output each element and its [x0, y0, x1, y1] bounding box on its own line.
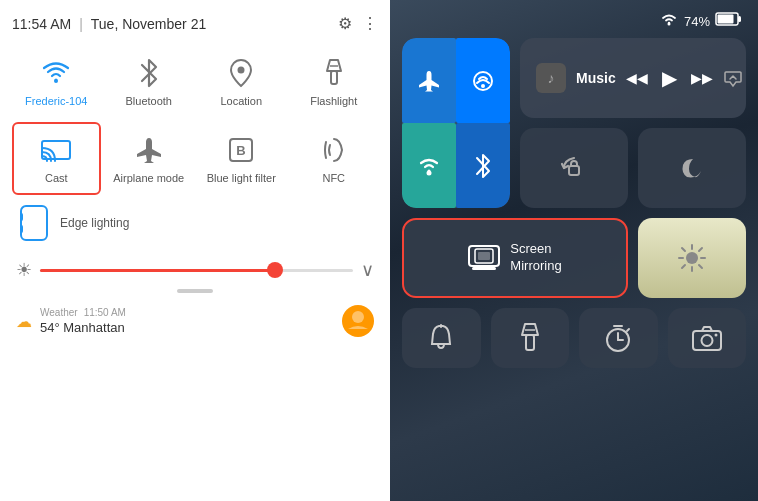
screen-mirroring-btn[interactable]: Screen Mirroring [402, 218, 628, 298]
music-play-btn[interactable]: ▶ [662, 66, 677, 90]
cc-lock-rotation-btn[interactable] [520, 128, 628, 208]
music-next-btn[interactable]: ▶▶ [691, 70, 713, 86]
svg-rect-21 [569, 166, 579, 175]
brightness-slider-icon [678, 244, 706, 272]
svg-point-44 [701, 335, 712, 346]
svg-rect-37 [526, 335, 534, 350]
music-artwork-icon: ♪ [536, 63, 566, 93]
status-divider: | [79, 16, 83, 32]
svg-rect-23 [472, 267, 496, 270]
music-widget[interactable]: ♪ Music ◀◀ ▶ ▶▶ [520, 38, 746, 118]
screen-mirroring-icon [468, 245, 500, 271]
cc-brightness-btn[interactable] [638, 218, 746, 298]
edge-lighting-label: Edge lighting [60, 216, 129, 230]
weather-avatar [342, 305, 374, 337]
tile-wifi-label: Frederic-104 [25, 95, 87, 108]
cc-timer-btn[interactable] [579, 308, 658, 368]
status-date: Tue, November 21 [91, 16, 330, 32]
tile-bluetooth-label: Bluetooth [126, 95, 172, 108]
svg-rect-14 [738, 16, 741, 22]
tile-airplane[interactable]: Airplane mode [105, 122, 194, 195]
brightness-thumb [267, 262, 283, 278]
svg-point-0 [54, 79, 58, 83]
svg-point-12 [667, 22, 670, 25]
weather-icon: ☁ [16, 312, 32, 331]
brightness-fill [40, 269, 275, 272]
quick-tiles-row1: Frederic-104 Bluetooth Location [12, 45, 378, 118]
music-prev-btn[interactable]: ◀◀ [626, 70, 648, 86]
music-label: Music [576, 70, 616, 86]
nfc-icon [316, 132, 352, 168]
svg-rect-9 [20, 213, 23, 221]
tile-wifi[interactable]: Frederic-104 [12, 45, 101, 118]
status-icons: ⚙ ⋮ [338, 14, 378, 33]
cc-bell-btn[interactable] [402, 308, 481, 368]
cast-icon [38, 132, 74, 168]
gear-icon[interactable]: ⚙ [338, 14, 352, 33]
wifi-icon [38, 55, 74, 91]
edge-lighting-icon [16, 205, 52, 241]
connectivity-group [402, 38, 510, 208]
cc-airplane-btn[interactable] [402, 38, 456, 123]
ios-battery-text: 74% [684, 14, 710, 29]
ios-battery-icon [716, 12, 742, 30]
tile-location-label: Location [220, 95, 262, 108]
svg-point-45 [714, 334, 717, 337]
bluelight-icon: B [223, 132, 259, 168]
weather-time: 11:50 AM [84, 307, 126, 318]
flashlight-icon [316, 55, 352, 91]
quick-tiles-row2: Cast Airplane mode B Blue light filter [12, 122, 378, 195]
bluetooth-icon [131, 55, 167, 91]
status-time: 11:54 AM [12, 16, 71, 32]
cc-grid: ♪ Music ◀◀ ▶ ▶▶ [402, 38, 746, 491]
svg-rect-8 [21, 206, 47, 240]
weather-temp: 54° Manhattan [40, 320, 125, 335]
tile-flashlight-label: Flashlight [310, 95, 357, 108]
airplay-icon[interactable] [723, 68, 743, 88]
drag-bar [177, 289, 213, 293]
airplane-icon [131, 132, 167, 168]
cc-flashlight-btn[interactable] [491, 308, 570, 368]
weather-row: ☁ Weather 11:50 AM 54° Manhattan [12, 297, 378, 341]
svg-text:B: B [237, 143, 246, 158]
cc-dnd-btn[interactable] [638, 128, 746, 208]
svg-rect-25 [478, 252, 490, 260]
svg-point-17 [481, 84, 485, 88]
android-status-bar: 11:54 AM | Tue, November 21 ⚙ ⋮ [12, 10, 378, 41]
cc-bluetooth-btn[interactable] [456, 123, 510, 208]
cc-bottom-row [402, 308, 746, 378]
tile-nfc-label: NFC [322, 172, 345, 185]
tile-bluetooth[interactable]: Bluetooth [105, 45, 194, 118]
more-icon[interactable]: ⋮ [362, 14, 378, 33]
svg-rect-3 [331, 71, 337, 84]
brightness-icon: ☀ [16, 259, 32, 281]
cc-airdrop-btn[interactable] [456, 38, 510, 123]
brightness-expand-icon[interactable]: ∨ [361, 259, 374, 281]
android-quick-settings: 11:54 AM | Tue, November 21 ⚙ ⋮ Frederic… [0, 0, 390, 501]
brightness-slider[interactable] [40, 269, 353, 272]
ios-control-center: 74% [390, 0, 758, 501]
tile-cast-label: Cast [45, 172, 68, 185]
brightness-row: ☀ ∨ [12, 249, 378, 285]
tile-cast[interactable]: Cast [12, 122, 101, 195]
tile-location[interactable]: Location [197, 45, 286, 118]
svg-rect-10 [20, 225, 23, 233]
tile-bluelight-label: Blue light filter [207, 172, 276, 185]
cc-wifi-btn[interactable] [402, 123, 456, 208]
ios-status-bar: 74% [402, 10, 746, 38]
svg-point-26 [686, 252, 698, 264]
tile-airplane-label: Airplane mode [113, 172, 184, 185]
tile-nfc[interactable]: NFC [290, 122, 379, 195]
svg-line-31 [682, 248, 685, 251]
edge-lighting-row[interactable]: Edge lighting [12, 197, 378, 249]
svg-point-11 [352, 311, 364, 323]
screen-mirroring-text: Screen Mirroring [510, 241, 561, 275]
svg-line-33 [699, 248, 702, 251]
svg-point-18 [427, 170, 432, 175]
tile-bluelight[interactable]: B Blue light filter [197, 122, 286, 195]
cc-camera-btn[interactable] [668, 308, 747, 368]
ios-wifi-icon [660, 13, 678, 30]
tile-flashlight[interactable]: Flashlight [290, 45, 379, 118]
svg-text:♪: ♪ [548, 70, 555, 86]
weather-label: Weather [40, 307, 78, 318]
